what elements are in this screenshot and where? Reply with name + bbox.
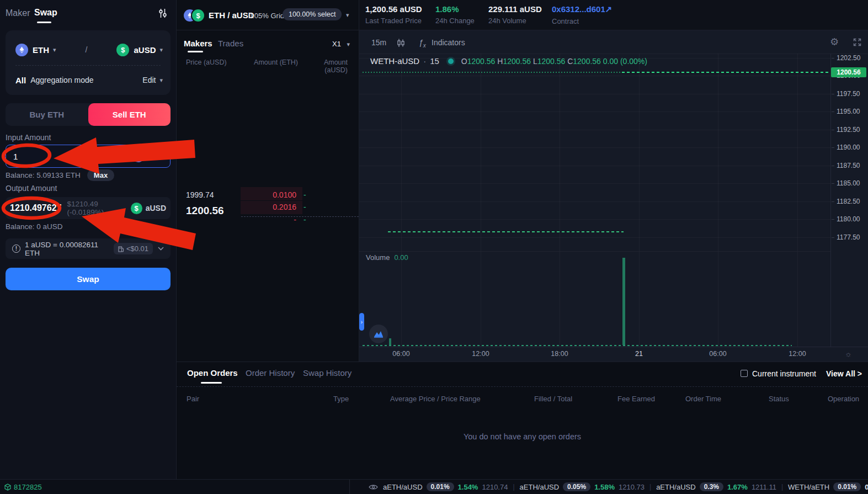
aggregation-mode-value: All (15, 76, 26, 85)
orders-panel: Open Orders Order History Swap History C… (177, 362, 868, 479)
sell-eth-button[interactable]: Sell ETH (88, 103, 171, 126)
stat-24h-volume: 229.111 aUSD24h Volume (488, 4, 542, 25)
input-balance-row: Balance: 5.09133 ETH Max (6, 169, 114, 181)
pane-divider (359, 251, 830, 252)
ticker-item[interactable]: aETH/aUSD0.05%1.58%1210.73 (520, 482, 645, 491)
ticker-item[interactable]: aETH/aUSD0.3%1.67%1211.11 (656, 482, 776, 491)
eye-icon[interactable] (369, 484, 378, 490)
ask-amount-eth[interactable]: 0.0100 (241, 190, 296, 199)
time-axis-settings-icon[interactable]: ☼ (845, 349, 852, 358)
chevron-down-icon[interactable] (158, 247, 164, 251)
x-axis-tick[interactable]: 12:00 (785, 350, 810, 358)
ausd-token-icon: $ (192, 9, 204, 22)
base-token-label[interactable]: ETH (33, 45, 49, 55)
ask-amount-eth[interactable]: 0.2016 (241, 203, 296, 211)
market-stats-bar: 1,200.56 aUSDLast Traded Price 1.86%24h … (359, 0, 868, 30)
y-axis-tick[interactable]: 1197.50 (837, 90, 860, 98)
rate-info-card[interactable]: ! 1 aUSD = 0.00082611 ETH <$0.01 (6, 238, 171, 259)
ask-price[interactable]: 1999.74 (186, 190, 214, 199)
footer-divider (349, 480, 350, 494)
candlestick-style-icon[interactable] (397, 39, 405, 47)
output-amount-label: Output Amount (6, 184, 57, 193)
output-amount-field[interactable]: 1210.497627 $1210.49 (-0.0189%) $ aUSD (6, 197, 171, 219)
multiplier-caret-icon: ▾ (347, 41, 350, 47)
last-price[interactable]: 1200.56 (186, 205, 224, 217)
current-instrument-label[interactable]: Current instrument (752, 369, 816, 378)
aggregation-edit-button[interactable]: Edit (142, 76, 156, 84)
input-amount-field[interactable]: 1 $1210.72 ETH (6, 145, 171, 168)
x-axis-tick[interactable]: 12:00 (468, 350, 493, 358)
external-link-icon: ↗ (605, 4, 613, 14)
tab-maker[interactable]: Maker (6, 8, 30, 18)
buy-eth-button[interactable]: Buy ETH (6, 103, 88, 126)
x-axis-tick[interactable]: 06:00 (389, 350, 413, 358)
price-chart[interactable]: 15m ƒx Indicators ⚙ WETH-aUSD · 15 O1200 (359, 30, 868, 362)
tab-trades[interactable]: Trades (218, 39, 243, 48)
col-status: Status (769, 395, 789, 403)
tab-swap-history[interactable]: Swap History (303, 368, 352, 378)
swap-button[interactable]: Swap (6, 268, 171, 290)
chart-settings-gear-icon[interactable]: ⚙ (830, 36, 839, 48)
y-axis-tick[interactable]: 1180.00 (837, 215, 860, 223)
ticker-item[interactable]: aETH/aUSD0.01%1.54%1210.74 (383, 482, 508, 491)
multiplier-dropdown[interactable]: X1 ▾ (332, 40, 350, 48)
col-operation: Operation (828, 395, 859, 403)
tab-order-history[interactable]: Order History (246, 368, 295, 378)
y-axis-tick[interactable]: 1192.50 (837, 126, 860, 134)
pair-header-caret-icon[interactable]: ▾ (346, 12, 349, 19)
price-line-dashed (622, 72, 830, 73)
fx-indicators-icon[interactable]: ƒx (419, 38, 426, 49)
y-axis-tick[interactable]: 1195.00 (837, 108, 860, 115)
block-number[interactable]: 8172825 (4, 483, 42, 491)
y-axis-tick[interactable]: 1185.00 (837, 179, 860, 187)
stat-contract: 0x6312...d601↗ Contract (552, 4, 612, 25)
ticker-item[interactable]: WETH/aETH0.01%0.00%1.000000 (788, 482, 868, 491)
output-amount-value: 1210.497627 (10, 203, 61, 213)
col-order-time: Order Time (685, 395, 721, 403)
current-instrument-checkbox[interactable] (741, 370, 748, 377)
x-axis-tick[interactable]: 06:00 (706, 350, 730, 358)
charting-library-logo[interactable] (369, 325, 388, 343)
aggregation-edit-caret-icon[interactable]: ▾ (159, 77, 163, 84)
view-all-link[interactable]: View All > (826, 369, 862, 378)
max-button[interactable]: Max (87, 169, 114, 181)
col-pair: Pair (187, 395, 199, 403)
tab-open-orders[interactable]: Open Orders (187, 368, 238, 378)
input-balance-text: Balance: 5.09133 ETH (6, 171, 81, 179)
swap-sidebar: Maker Swap ETH ▾ / $ aUSD ▾ All Aggregat… (0, 0, 177, 479)
panel-drag-handle[interactable]: › (359, 313, 364, 331)
input-amount-value[interactable]: 1 (13, 152, 97, 161)
stat-24h-change: 1.86%24h Change (435, 4, 475, 25)
interval-selector[interactable]: 15m (371, 38, 386, 47)
col-amount-eth-header: Amount (ETH) (241, 59, 298, 66)
tab-swap-underline (37, 22, 51, 23)
quote-token-label[interactable]: aUSD (134, 45, 156, 55)
last-price-tag: 1200.56 (831, 67, 866, 77)
fullscreen-expand-icon[interactable] (853, 38, 862, 47)
y-axis-tick[interactable]: 1177.50 (837, 233, 860, 241)
y-axis-tick[interactable]: 1190.00 (837, 144, 860, 151)
quote-token-caret-icon[interactable]: ▾ (159, 46, 163, 54)
pair-row: ETH ▾ / $ aUSD ▾ (15, 41, 163, 58)
gas-pump-icon (118, 246, 124, 252)
exchange-rate-text: 1 aUSD = 0.00082611 ETH (25, 241, 114, 257)
y-axis-tick[interactable]: 1202.50 (837, 54, 860, 62)
x-axis-tick[interactable]: 21 (627, 350, 651, 358)
ticker-strip: aETH/aUSD0.01%1.54%1210.74 | aETH/aUSD0.… (369, 480, 868, 494)
eth-token-icon (15, 44, 28, 56)
select-percentage-pill[interactable]: 100.00% select (283, 8, 342, 20)
x-axis-tick[interactable]: 18:00 (547, 350, 572, 358)
tab-makers[interactable]: Makers (184, 39, 212, 48)
tab-swap[interactable]: Swap (34, 8, 57, 18)
volume-bar-spike (622, 258, 625, 345)
ausd-token-icon: $ (116, 44, 129, 56)
settings-sliders-icon[interactable] (158, 8, 167, 18)
pair-title[interactable]: ETH / aUSD (209, 10, 254, 20)
contract-address-link[interactable]: 0x6312...d601↗ (552, 4, 612, 14)
y-axis-tick[interactable]: 1187.50 (837, 162, 860, 169)
col-average-price: Average Price / Price Range (390, 395, 481, 403)
col-price-header: Price (aUSD) (186, 59, 227, 66)
indicators-button[interactable]: Indicators (432, 38, 465, 47)
y-axis-tick[interactable]: 1182.50 (837, 198, 860, 205)
chart-symbol: WETH-aUSD (370, 56, 419, 66)
